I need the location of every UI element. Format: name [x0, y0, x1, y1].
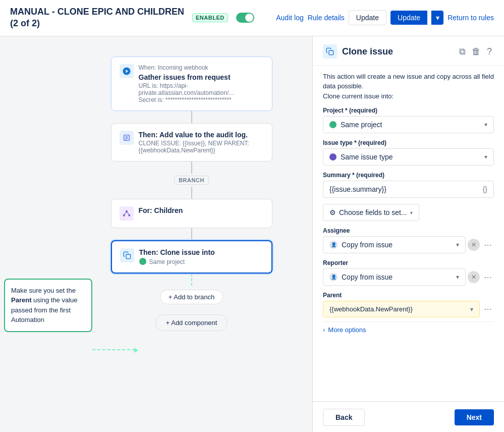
panel-footer: Back Next — [313, 401, 504, 432]
choose-fields-button[interactable]: ⚙ Choose fields to set... ▾ — [323, 204, 419, 221]
reporter-field-label: Reporter — [323, 259, 494, 266]
assignee-clear-button[interactable]: ✕ — [468, 239, 480, 251]
panel-body: Project * (required) Same project ▾ Issu… — [313, 101, 504, 401]
issue-type-select[interactable]: Same issue type ▾ — [323, 148, 494, 166]
panel-title: Clone issue — [342, 46, 393, 57]
right-panel: Clone issue ⧉ 🗑 ? This action will creat… — [312, 36, 504, 432]
enabled-badge: ENABLED — [192, 13, 228, 22]
parent-field-label: Parent — [323, 292, 494, 299]
svg-rect-10 — [329, 50, 333, 55]
svg-line-8 — [127, 212, 129, 214]
return-to-rules-button[interactable]: Return to rules — [447, 14, 494, 22]
panel-header: Clone issue ⧉ 🗑 ? — [313, 36, 504, 66]
parent-select[interactable]: {{webhookData.NewParent}} ▾ — [323, 301, 480, 317]
choose-fields-chevron-icon: ▾ — [410, 210, 413, 215]
svg-point-4 — [126, 210, 128, 212]
update-dropdown-button[interactable]: ▾ — [431, 11, 443, 25]
connector-4 — [191, 228, 192, 240]
gear-icon: ⚙ — [329, 208, 336, 217]
audit-log-link[interactable]: Audit log — [276, 14, 303, 22]
summary-template-icon: {} — [483, 185, 487, 193]
reporter-select[interactable]: 👤 Copy from issue ▾ — [323, 268, 466, 286]
trigger-detail1: URL is: https://api-private.atlassian.co… — [139, 82, 264, 96]
clone-node-detail: Same project — [149, 258, 185, 265]
svg-point-6 — [128, 214, 130, 217]
summary-input[interactable]: {{issue.summary}} {} — [323, 181, 494, 198]
reporter-chevron-icon: ▾ — [456, 274, 459, 281]
reporter-clear-button[interactable]: ✕ — [468, 271, 480, 283]
panel-description: This action will create a new issue and … — [313, 66, 504, 101]
trigger-node[interactable]: When: Incoming webhook Gather issues fro… — [111, 57, 272, 111]
add-to-branch-button[interactable]: + Add to branch — [160, 290, 223, 304]
chevron-right-icon: › — [323, 326, 325, 334]
trigger-detail2: Secret is: **************************** — [139, 96, 264, 103]
svg-point-5 — [123, 214, 125, 217]
dashed-arrow — [92, 349, 135, 350]
connector-1 — [191, 111, 192, 123]
add-component-button[interactable]: + Add component — [155, 314, 228, 331]
update-primary-button[interactable]: Update — [390, 11, 427, 25]
assignee-field-label: Assignee — [323, 227, 494, 234]
audit-log-node[interactable]: Then: Add value to the audit log. CLONE … — [111, 123, 272, 161]
project-select[interactable]: Same project ▾ — [323, 116, 494, 133]
header-nav: Audit log Rule details Update Update ▾ R… — [276, 10, 494, 25]
node-container: When: Incoming webhook Gather issues fro… — [81, 57, 302, 308]
branch-label: BRANCH — [174, 176, 209, 185]
next-button[interactable]: Next — [455, 409, 494, 425]
parent-more-button[interactable]: ⋯ — [482, 303, 494, 315]
trigger-label: When: Incoming webhook — [139, 64, 264, 71]
assignee-user-icon: 👤 — [329, 241, 338, 249]
more-options-row[interactable]: › More options — [323, 321, 494, 338]
connector-5 — [191, 274, 192, 286]
project-select-dot — [329, 121, 337, 128]
trigger-title: Gather issues from request — [139, 73, 264, 81]
update-button[interactable]: Update — [349, 10, 386, 25]
clone-node[interactable]: Then: Clone issue into Same project — [111, 240, 272, 274]
parent-chevron-icon: ▾ — [470, 306, 473, 313]
project-dot — [139, 258, 146, 265]
main-layout: Make sure you set the Parent using the v… — [0, 36, 504, 432]
assignee-select[interactable]: 👤 Copy from issue ▾ — [323, 236, 466, 253]
issue-type-chevron-icon: ▾ — [484, 153, 487, 160]
for-children-node[interactable]: For: Children — [111, 199, 272, 228]
delete-panel-button[interactable]: 🗑 — [470, 44, 483, 59]
svg-rect-9 — [126, 254, 131, 259]
panel-actions: ⧉ 🗑 ? — [457, 44, 494, 59]
parent-field-row: {{webhookData.NewParent}} ▾ ⋯ — [323, 301, 494, 317]
audit-node-title: Then: Add value to the audit log. — [139, 131, 264, 139]
issue-type-field-label: Issue type * (required) — [323, 139, 494, 146]
issue-type-icon — [329, 153, 337, 160]
canvas: Make sure you set the Parent using the v… — [0, 36, 312, 432]
assignee-more-button[interactable]: ⋯ — [482, 239, 494, 251]
project-chevron-icon: ▾ — [484, 121, 487, 128]
for-node-title: For: Children — [139, 206, 183, 214]
connector-3 — [191, 187, 192, 199]
reporter-more-button[interactable]: ⋯ — [482, 272, 494, 283]
panel-desc-text: This action will create a new issue and … — [323, 73, 494, 100]
reporter-field-row: 👤 Copy from issue ▾ ✕ ⋯ — [323, 268, 494, 286]
svg-line-7 — [124, 212, 126, 214]
back-button[interactable]: Back — [323, 409, 365, 426]
project-field-label: Project * (required) — [323, 107, 494, 114]
reporter-user-icon: 👤 — [329, 273, 338, 281]
audit-node-detail: CLONE ISSUE: {{issue}}, NEW PARENT: {{we… — [139, 140, 264, 154]
summary-field-label: Summary * (required) — [323, 172, 494, 179]
connector-2 — [191, 161, 192, 174]
panel-title-row: Clone issue — [323, 44, 393, 59]
enabled-toggle[interactable] — [236, 13, 254, 23]
rule-details-link[interactable]: Rule details — [308, 14, 345, 22]
help-panel-button[interactable]: ? — [485, 44, 494, 59]
copy-panel-button[interactable]: ⧉ — [457, 44, 468, 59]
tooltip-box: Make sure you set the Parent using the v… — [4, 279, 92, 332]
page-header: MANUAL - CLONE EPIC AND CHILDREN (2 of 2… — [0, 0, 504, 36]
assignee-field-row: 👤 Copy from issue ▾ ✕ ⋯ — [323, 236, 494, 253]
clone-node-title: Then: Clone issue into — [139, 248, 215, 256]
assignee-chevron-icon: ▾ — [456, 241, 459, 248]
page-title: MANUAL - CLONE EPIC AND CHILDREN (2 of 2… — [10, 6, 184, 30]
